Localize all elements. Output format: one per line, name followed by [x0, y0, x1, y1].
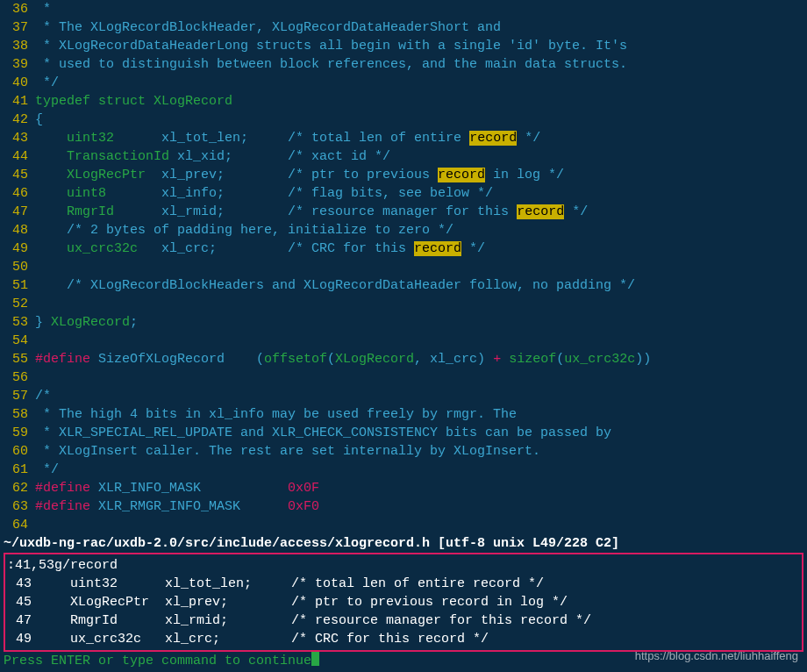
line-number: 50: [4, 258, 28, 276]
line-content: {: [35, 111, 43, 129]
code-line[interactable]: 42{: [4, 111, 803, 129]
line-number: 40: [4, 74, 28, 92]
line-number: 38: [4, 37, 28, 55]
line-number: 58: [4, 405, 28, 424]
line-content: TransactionId xl_xid; /* xact id */: [35, 147, 390, 166]
line-number: 44: [4, 147, 28, 166]
search-command: :41,53g/record: [7, 556, 800, 575]
line-number: 46: [4, 184, 28, 203]
result-row: 43 uint32 xl_tot_len; /* total len of en…: [7, 575, 800, 593]
code-line[interactable]: 47 RmgrId xl_rmid; /* resource manager f…: [4, 203, 803, 221]
cursor: [311, 652, 319, 666]
code-line[interactable]: 45 XLogRecPtr xl_prev; /* ptr to previou…: [4, 166, 803, 184]
line-number: 64: [4, 516, 28, 534]
line-content: #define XLR_RMGR_INFO_MASK 0xF0: [35, 497, 319, 516]
line-content: *: [35, 0, 51, 18]
line-content: XLogRecPtr xl_prev; /* ptr to previous r…: [35, 166, 564, 184]
code-line[interactable]: 54: [4, 332, 803, 350]
result-row: 47 RmgrId xl_rmid; /* resource manager f…: [7, 611, 800, 630]
code-line[interactable]: 60 * XLogInsert caller. The rest are set…: [4, 442, 803, 461]
line-number: 41: [4, 92, 28, 111]
line-content: */: [35, 74, 59, 92]
code-line[interactable]: 38 * XLogRecordDataHeaderLong structs al…: [4, 37, 803, 55]
line-number: 51: [4, 276, 28, 295]
result-row: 45 XLogRecPtr xl_prev; /* ptr to previou…: [7, 593, 800, 611]
line-content: #define XLR_INFO_MASK 0x0F: [35, 479, 319, 497]
code-line[interactable]: 48 /* 2 bytes of padding here, initializ…: [4, 221, 803, 239]
watermark: https://blog.csdn.net/liuhhaiffeng: [635, 647, 798, 665]
code-line[interactable]: 57/*: [4, 387, 803, 405]
code-line[interactable]: 55#define SizeOfXLogRecord (offsetof(XLo…: [4, 350, 803, 368]
line-content: /*: [35, 387, 51, 405]
code-line[interactable]: 59 * XLR_SPECIAL_REL_UPDATE and XLR_CHEC…: [4, 424, 803, 442]
line-number: 45: [4, 166, 28, 184]
code-line[interactable]: 36 *: [4, 0, 803, 18]
line-content: /* XLogRecordBlockHeaders and XLogRecord…: [35, 276, 635, 295]
line-number: 59: [4, 424, 28, 442]
line-number: 56: [4, 368, 28, 387]
line-content: /* 2 bytes of padding here, initialize t…: [35, 221, 453, 239]
code-line[interactable]: 50: [4, 258, 803, 276]
line-number: 37: [4, 18, 28, 37]
line-content: uint32 xl_tot_len; /* total len of entir…: [35, 129, 540, 147]
code-line[interactable]: 41typedef struct XLogRecord: [4, 92, 803, 111]
code-line[interactable]: 58 * The high 4 bits in xl_info may be u…: [4, 405, 803, 424]
code-line[interactable]: 52: [4, 295, 803, 313]
line-content: * XLogRecordDataHeaderLong structs all b…: [35, 37, 627, 55]
line-number: 57: [4, 387, 28, 405]
line-number: 39: [4, 55, 28, 74]
line-content: ux_crc32c xl_crc; /* CRC for this record…: [35, 239, 485, 258]
line-content: * XLogInsert caller. The rest are set in…: [35, 442, 540, 461]
code-line[interactable]: 46 uint8 xl_info; /* flag bits, see belo…: [4, 184, 803, 203]
line-number: 63: [4, 497, 28, 516]
code-line[interactable]: 62#define XLR_INFO_MASK 0x0F: [4, 479, 803, 497]
code-line[interactable]: 44 TransactionId xl_xid; /* xact id */: [4, 147, 803, 166]
code-line[interactable]: 56: [4, 368, 803, 387]
status-line: ~/uxdb-ng-rac/uxdb-2.0/src/include/acces…: [0, 534, 807, 553]
code-line[interactable]: 51 /* XLogRecordBlockHeaders and XLogRec…: [4, 276, 803, 295]
code-editor[interactable]: 36 *37 * The XLogRecordBlockHeader, XLog…: [0, 0, 807, 534]
line-content: * The high 4 bits in xl_info may be used…: [35, 405, 517, 424]
line-number: 42: [4, 111, 28, 129]
line-number: 62: [4, 479, 28, 497]
line-content: * used to distinguish between block refe…: [35, 55, 627, 74]
line-number: 52: [4, 295, 28, 313]
line-number: 48: [4, 221, 28, 239]
line-number: 36: [4, 0, 28, 18]
line-content: * The XLogRecordBlockHeader, XLogRecordD…: [35, 18, 501, 37]
search-results: :41,53g/record 43 uint32 xl_tot_len; /* …: [4, 553, 803, 652]
code-line[interactable]: 63#define XLR_RMGR_INFO_MASK 0xF0: [4, 497, 803, 516]
result-row: 49 ux_crc32c xl_crc; /* CRC for this rec…: [7, 630, 800, 648]
line-number: 53: [4, 313, 28, 332]
line-content: typedef struct XLogRecord: [35, 92, 232, 111]
code-line[interactable]: 40 */: [4, 74, 803, 92]
code-line[interactable]: 64: [4, 516, 803, 534]
line-content: } XLogRecord;: [35, 313, 138, 332]
line-content: #define SizeOfXLogRecord (offsetof(XLogR…: [35, 350, 651, 368]
code-line[interactable]: 53} XLogRecord;: [4, 313, 803, 332]
line-content: */: [35, 461, 59, 479]
line-number: 43: [4, 129, 28, 147]
line-number: 55: [4, 350, 28, 368]
line-number: 47: [4, 203, 28, 221]
line-content: uint8 xl_info; /* flag bits, see below *…: [35, 184, 493, 203]
line-number: 49: [4, 239, 28, 258]
code-line[interactable]: 61 */: [4, 461, 803, 479]
line-number: 54: [4, 332, 28, 350]
code-line[interactable]: 49 ux_crc32c xl_crc; /* CRC for this rec…: [4, 239, 803, 258]
line-number: 61: [4, 461, 28, 479]
line-number: 60: [4, 442, 28, 461]
code-line[interactable]: 39 * used to distinguish between block r…: [4, 55, 803, 74]
line-content: RmgrId xl_rmid; /* resource manager for …: [35, 203, 588, 221]
line-content: * XLR_SPECIAL_REL_UPDATE and XLR_CHECK_C…: [35, 424, 611, 442]
code-line[interactable]: 43 uint32 xl_tot_len; /* total len of en…: [4, 129, 803, 147]
code-line[interactable]: 37 * The XLogRecordBlockHeader, XLogReco…: [4, 18, 803, 37]
